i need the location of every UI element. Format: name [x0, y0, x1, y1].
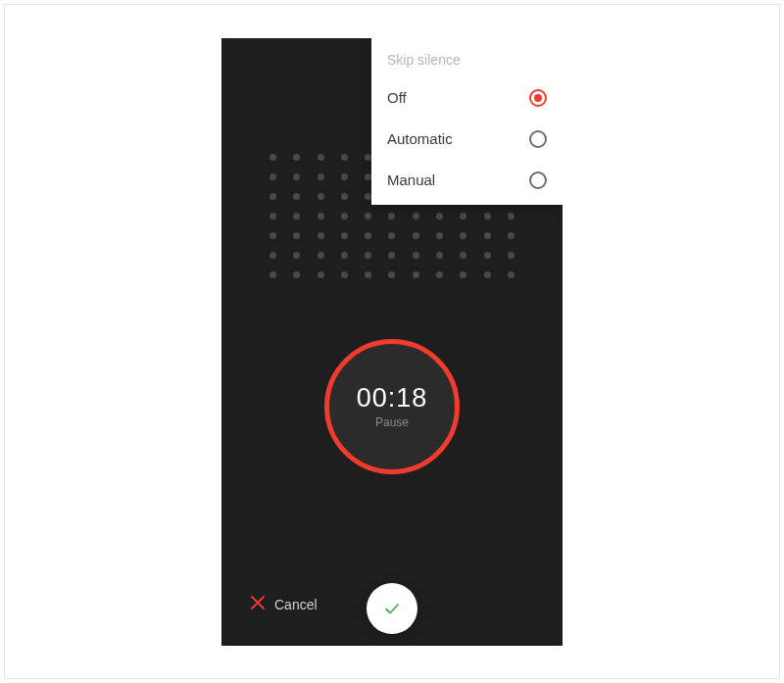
menu-item-off[interactable]: Off	[371, 77, 563, 119]
menu-item-label: Automatic	[387, 130, 453, 147]
check-icon	[381, 598, 403, 619]
menu-item-manual[interactable]: Manual	[371, 160, 563, 201]
menu-item-label: Off	[387, 89, 407, 106]
menu-title: Skip silence	[371, 38, 563, 77]
recorder-screen: 00:18 Pause Cancel Skip silence Off Auto…	[221, 38, 563, 646]
close-icon	[251, 596, 265, 612]
radio-icon	[529, 171, 547, 189]
menu-item-label: Manual	[387, 171, 435, 188]
timer-value: 00:18	[357, 383, 428, 414]
confirm-button[interactable]	[367, 583, 417, 634]
menu-item-automatic[interactable]: Automatic	[371, 119, 563, 160]
radio-icon	[529, 89, 547, 107]
bottom-bar: Cancel	[221, 575, 563, 634]
pause-button[interactable]: 00:18 Pause	[324, 339, 460, 474]
skip-silence-menu: Skip silence Off Automatic Manual	[371, 38, 563, 205]
pause-label: Pause	[375, 415, 409, 429]
radio-icon	[529, 130, 547, 148]
cancel-label: Cancel	[274, 597, 318, 612]
cancel-button[interactable]: Cancel	[251, 596, 318, 612]
